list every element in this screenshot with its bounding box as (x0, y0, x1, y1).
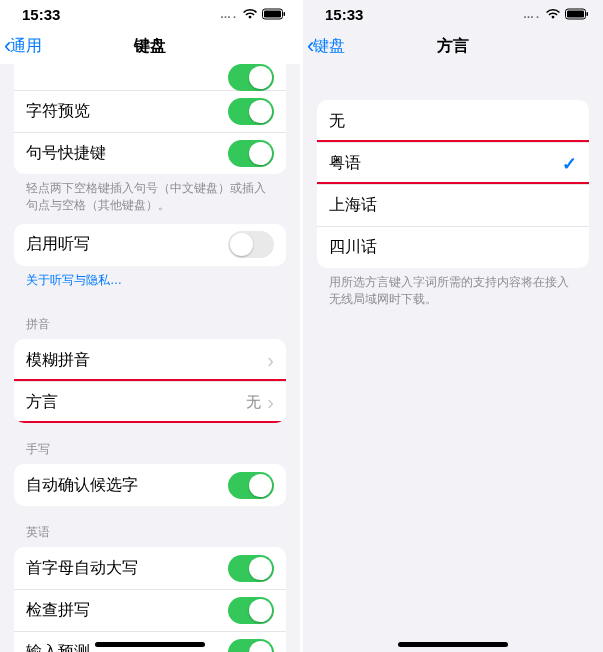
option-none[interactable]: 无 (317, 100, 589, 142)
settings-group-1: 字符预览 句号快捷键 (14, 64, 286, 174)
phone-screen-keyboard-settings: 15:33 …. ‹ 通用 键盘 字符预览 句号快捷键 (0, 0, 300, 652)
battery-icon (262, 8, 286, 20)
dialect-options-group: 无 粤语 ✓ 上海话 四川话 (317, 100, 589, 268)
phone-screen-dialect-picker: 15:33 …. ‹ 键盘 方言 无 粤语 ✓ 上海话 (303, 0, 603, 652)
section-label-pinyin: 拼音 (0, 298, 300, 339)
wifi-icon (545, 8, 561, 20)
back-button[interactable]: ‹ 通用 (4, 35, 42, 57)
row-label: 方言 (26, 392, 58, 413)
home-indicator[interactable] (95, 642, 205, 647)
row-partial-toggle[interactable] (14, 64, 286, 90)
option-label: 粤语 (329, 153, 361, 174)
row-enable-dictation[interactable]: 启用听写 (14, 224, 286, 266)
nav-bar: ‹ 键盘 方言 (303, 28, 603, 64)
settings-group-dictation: 启用听写 (14, 224, 286, 266)
toggle-switch[interactable] (228, 231, 274, 258)
caption-dictation-privacy[interactable]: 关于听写与隐私… (0, 266, 300, 299)
home-indicator[interactable] (398, 642, 508, 647)
dialect-content: 无 粤语 ✓ 上海话 四川话 用所选方言键入字词所需的支持内容将在接入无线局域网… (303, 64, 603, 652)
row-check-spelling[interactable]: 检查拼写 (14, 589, 286, 631)
row-period-shortcut[interactable]: 句号快捷键 (14, 132, 286, 174)
row-fuzzy-pinyin[interactable]: 模糊拼音 › (14, 339, 286, 381)
status-indicators: …. (220, 8, 286, 20)
cellular-icon: …. (220, 8, 238, 20)
toggle-switch[interactable] (228, 555, 274, 582)
toggle-switch[interactable] (228, 64, 274, 91)
row-label: 模糊拼音 (26, 350, 90, 371)
row-label: 字符预览 (26, 101, 90, 122)
page-title: 键盘 (134, 36, 166, 57)
svg-rect-5 (587, 12, 589, 16)
option-sichuanese[interactable]: 四川话 (317, 226, 589, 268)
status-time: 15:33 (325, 6, 363, 23)
option-label: 四川话 (329, 237, 377, 258)
status-bar: 15:33 …. (0, 0, 300, 28)
row-label: 输入预测 (26, 642, 90, 652)
svg-rect-2 (284, 12, 286, 16)
section-label-english: 英语 (0, 506, 300, 547)
chevron-right-icon: › (267, 349, 274, 372)
nav-bar: ‹ 通用 键盘 (0, 28, 300, 64)
option-cantonese[interactable]: 粤语 ✓ (317, 142, 589, 184)
wifi-icon (242, 8, 258, 20)
back-label: 键盘 (313, 36, 345, 57)
settings-group-handwrite: 自动确认候选字 (14, 464, 286, 506)
back-button[interactable]: ‹ 键盘 (307, 35, 345, 57)
section-label-handwrite: 手写 (0, 423, 300, 464)
status-time: 15:33 (22, 6, 60, 23)
row-dialect[interactable]: 方言 无› (14, 381, 286, 423)
option-label: 上海话 (329, 195, 377, 216)
settings-content: 字符预览 句号快捷键 轻点两下空格键插入句号（中文键盘）或插入句点与空格（其他键… (0, 64, 300, 652)
page-title: 方言 (437, 36, 469, 57)
toggle-switch[interactable] (228, 639, 274, 652)
chevron-right-icon: › (267, 391, 274, 414)
row-label: 启用听写 (26, 234, 90, 255)
svg-rect-4 (567, 11, 584, 18)
battery-icon (565, 8, 589, 20)
row-label: 句号快捷键 (26, 143, 106, 164)
cellular-icon: …. (523, 8, 541, 20)
row-char-preview[interactable]: 字符预览 (14, 90, 286, 132)
row-label: 首字母自动大写 (26, 558, 138, 579)
option-shanghainese[interactable]: 上海话 (317, 184, 589, 226)
svg-rect-1 (264, 11, 281, 18)
settings-group-english: 首字母自动大写 检查拼写 输入预测 滑行键入时逐词删除 (14, 547, 286, 652)
row-auto-confirm[interactable]: 自动确认候选字 (14, 464, 286, 506)
status-bar: 15:33 …. (303, 0, 603, 28)
caption-period: 轻点两下空格键插入句号（中文键盘）或插入句点与空格（其他键盘）。 (0, 174, 300, 224)
caption-dialect-download: 用所选方言键入字词所需的支持内容将在接入无线局域网时下载。 (303, 268, 603, 318)
toggle-switch[interactable] (228, 472, 274, 499)
back-label: 通用 (10, 36, 42, 57)
checkmark-icon: ✓ (562, 153, 577, 175)
row-label: 检查拼写 (26, 600, 90, 621)
row-auto-cap[interactable]: 首字母自动大写 (14, 547, 286, 589)
toggle-switch[interactable] (228, 140, 274, 167)
toggle-switch[interactable] (228, 98, 274, 125)
settings-group-pinyin: 模糊拼音 › 方言 无› (14, 339, 286, 423)
status-indicators: …. (523, 8, 589, 20)
option-label: 无 (329, 111, 345, 132)
row-value: 无 (246, 393, 261, 412)
toggle-switch[interactable] (228, 597, 274, 624)
row-label: 自动确认候选字 (26, 475, 138, 496)
